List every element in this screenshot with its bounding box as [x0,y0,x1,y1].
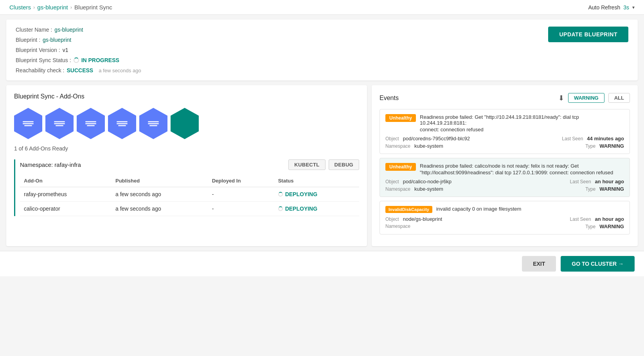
hex-icon-5 [148,121,159,126]
hex-icon-2 [54,121,65,126]
reachability-status: SUCCESS [67,67,94,73]
breadcrumb-blueprint[interactable]: gs-blueprint [37,4,68,11]
main-content: Blueprint Sync - Add-Ons [6,85,638,246]
addon-deployed-in: - [208,202,274,216]
object-label: Object [385,179,399,184]
breadcrumb: Clusters › gs-blueprint › Blueprint Sync [9,4,112,11]
ns-label: Namespace [385,186,410,192]
object-label: Object [385,216,399,222]
event-message: invalid capacity 0 on image filesystem [436,206,522,212]
addon-name: rafay-prometheus [20,187,112,202]
col-addon: Add-On [20,175,112,187]
event-top: Unhealthy Readiness probe failed: calico… [385,163,624,175]
object-label: Object [385,136,399,141]
go-to-cluster-button[interactable]: GO TO CLUSTER → [561,256,635,272]
col-deployed-in: Deployed In [208,175,274,187]
namespace-title: Namespace: rafay-infra [20,161,81,168]
hexagon-blue-1 [14,108,42,139]
debug-button[interactable]: DEBUG [329,159,359,170]
lastseen-label: Last Seen [570,216,591,222]
exit-button[interactable]: EXIT [522,256,556,272]
addon-published: a few seconds ago [112,202,208,216]
type-value: WARNING [599,143,624,149]
addon-status: DEPLOYING [274,187,359,202]
object-value: pod/calico-node-jr6kp [403,179,452,184]
col-status: Status [274,175,359,187]
reachability-row: Reachability check : SUCCESS a few secon… [16,67,141,73]
event-message-2: connect: connection refused [420,127,624,132]
events-header: Events ⬇ WARNING ALL [380,93,630,103]
reachability-label: Reachability check : [16,67,65,73]
lastseen-value: an hour ago [595,179,624,184]
breadcrumb-sep-1: › [33,4,35,10]
blueprint-version-value: v1 [63,47,68,53]
cluster-name-label: Cluster Name : [16,27,52,33]
top-nav: Clusters › gs-blueprint › Blueprint Sync… [0,0,644,15]
breadcrumb-clusters[interactable]: Clusters [9,4,31,11]
events-list: Unhealthy Readiness probe failed: Get "h… [380,109,630,234]
type-label: Type [585,143,595,149]
addon-published: a few seconds ago [112,187,208,202]
hex-2 [45,108,74,139]
cluster-name-row: Cluster Name : gs-blueprint [16,27,141,33]
event-badge: Unhealthy [385,114,416,122]
small-spinner-icon [278,206,283,211]
object-value: node/gs-blueprint [403,216,442,222]
lastseen-label: Last Seen [570,179,591,184]
event-top: InvalidDiskCapacity invalid capacity 0 o… [385,206,624,213]
ns-buttons: KUBECTL DEBUG [288,159,359,170]
blueprint-row: Blueprint : gs-blueprint [16,37,141,43]
events-title: Events [380,95,399,102]
hex-icon-3 [85,121,96,126]
ns-label: Namespace [385,224,410,229]
filter-all-button[interactable]: ALL [608,93,630,103]
filter-warning-button[interactable]: WARNING [568,93,604,103]
hexagon-blue-3 [77,108,105,139]
addon-table: Add-On Published Deployed In Status rafa… [20,175,359,216]
namespace-section: Namespace: rafay-infra KUBECTL DEBUG Add… [14,159,359,216]
hex-1 [14,108,42,139]
download-icon[interactable]: ⬇ [558,94,564,102]
chevron-down-icon: ▾ [632,5,635,10]
breadcrumb-sep-2: › [70,4,72,10]
type-value: WARNING [599,224,624,229]
event-message: Readiness probe failed: calico/node is n… [420,163,613,175]
type-value: WARNING [599,186,624,192]
lastseen-value: 44 minutes ago [587,136,624,141]
table-row: rafay-prometheus a few seconds ago - DEP… [20,187,359,202]
breadcrumb-current: Blueprint Sync [74,4,112,11]
event-message: Readiness probe failed: Get "http://10.2… [420,114,624,132]
blueprint-version-label: Blueprint Version : [16,47,60,53]
info-card: Cluster Name : gs-blueprint Blueprint : … [6,20,638,81]
hexagon-blue-2 [45,108,74,139]
cluster-name-value: gs-blueprint [54,27,83,33]
blueprint-label: Blueprint : [16,37,40,43]
hex-icon-4 [117,121,128,126]
spinner-icon [74,57,79,63]
hexagons-row [14,108,359,139]
addon-status: DEPLOYING [274,202,359,216]
reachability-time: a few seconds ago [99,68,141,73]
event-message-2: "http://localhost:9099/readiness": dial … [420,170,613,175]
lastseen-label: Last Seen [562,136,583,141]
hex-icon-1 [23,121,34,126]
blueprint-sync-status-label: Blueprint Sync Status : [16,57,71,63]
kubectl-button[interactable]: KUBECTL [288,159,325,170]
auto-refresh-value: 3s [623,4,629,11]
blueprint-value: gs-blueprint [43,37,71,43]
update-blueprint-button[interactable]: UPDATE BLUEPRINT [548,27,628,42]
ns-value: kube-system [414,186,443,192]
footer: EXIT GO TO CLUSTER → [0,251,644,276]
hex-3 [77,108,105,139]
auto-refresh-control[interactable]: Auto Refresh 3s ▾ [588,4,635,11]
lastseen-value: an hour ago [595,216,624,222]
ns-value: kube-system [414,143,443,149]
addon-name: calico-operator [20,202,112,216]
ns-label: Namespace [385,143,410,149]
type-label: Type [585,224,595,229]
addons-ready-text: 1 of 6 Add-Ons Ready [14,145,359,152]
small-spinner-icon [278,192,283,197]
col-published: Published [112,175,208,187]
hex-4 [108,108,136,139]
hexagon-green-6 [171,108,199,139]
